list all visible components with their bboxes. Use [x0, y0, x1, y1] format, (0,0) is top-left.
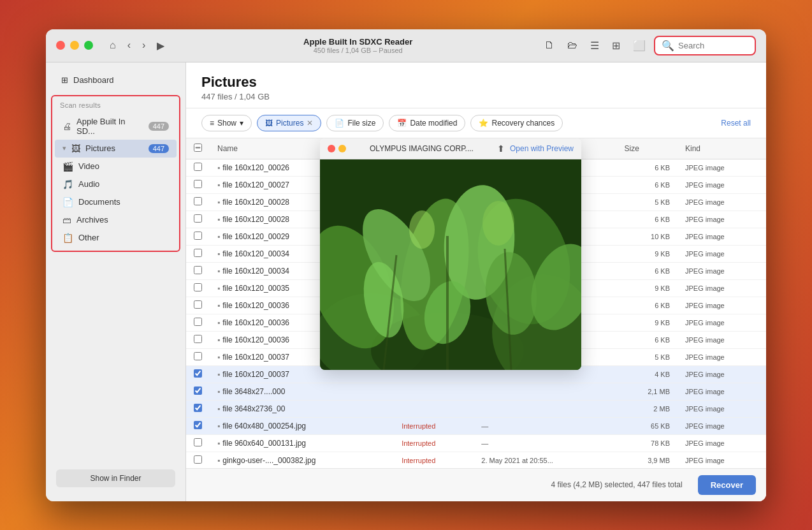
content-area: Pictures 447 files / 1,04 GB ≡ Show ▾ 🖼 … — [186, 63, 766, 501]
show-filter-button[interactable]: ≡ Show ▾ — [201, 115, 252, 131]
sidebar-item-documents[interactable]: 📄 Documents — [55, 193, 177, 211]
recover-button[interactable]: Recover — [698, 475, 756, 495]
row-checkbox[interactable] — [194, 421, 202, 429]
selection-status-text: 4 files (4,2 MB) selected, 447 files tot… — [196, 480, 690, 489]
maximize-button[interactable] — [84, 41, 93, 50]
select-all-checkbox[interactable] — [194, 144, 202, 152]
sidebar-item-device[interactable]: 🖨 Apple Built In SD... 447 — [55, 113, 177, 140]
sidebar-item-other[interactable]: 📋 Other — [55, 229, 177, 247]
sidebar-item-pictures[interactable]: ▾ 🖼 Pictures 447 — [55, 140, 177, 158]
remove-pictures-filter-icon[interactable]: ✕ — [307, 119, 313, 128]
show-finder-button[interactable]: Show in Finder — [56, 469, 175, 487]
preview-filename: OLYMPUS IMAGING CORP.... — [351, 144, 492, 153]
row-checkbox-cell[interactable] — [186, 297, 210, 314]
row-checkbox-cell[interactable] — [186, 262, 210, 279]
file-icon-btn[interactable]: 🗋 — [540, 36, 559, 54]
row-name: ▪file 960x640_000131.jpg — [210, 434, 394, 452]
row-checkbox[interactable] — [194, 386, 202, 395]
sidebar-dashboard[interactable]: ⊞ Dashboard — [51, 70, 180, 90]
row-size: 6 KB — [617, 297, 678, 314]
content-header: Pictures 447 files / 1,04 GB — [186, 63, 766, 108]
select-all-header[interactable] — [186, 138, 210, 159]
row-checkbox-cell[interactable] — [186, 210, 210, 228]
sidebar-item-archives[interactable]: 🗃 Archives — [55, 211, 177, 229]
folder-icon-btn[interactable]: 🗁 — [563, 36, 582, 54]
row-checkbox-cell[interactable] — [186, 159, 210, 176]
row-checkbox-cell[interactable] — [186, 400, 210, 417]
row-size: 6 KB — [617, 262, 678, 279]
sidebar-item-video[interactable]: 🎬 Video — [55, 158, 177, 175]
row-size: 6 KB — [617, 331, 678, 348]
list-icon-btn[interactable]: ☰ — [586, 36, 604, 55]
row-size: 5 KB — [617, 193, 678, 210]
row-checkbox-cell[interactable] — [186, 434, 210, 452]
row-size: 9 KB — [617, 314, 678, 331]
sidebar-item-device-count: 447 — [149, 122, 169, 131]
row-checkbox[interactable] — [194, 455, 202, 464]
file-row-icon: ▪ — [217, 198, 220, 207]
row-checkbox-cell[interactable] — [186, 383, 210, 400]
row-checkbox[interactable] — [194, 300, 202, 309]
row-checkbox-cell[interactable] — [186, 452, 210, 468]
row-checkbox[interactable] — [194, 318, 202, 326]
row-checkbox[interactable] — [194, 438, 202, 446]
reset-all-button[interactable]: Reset all — [721, 119, 751, 128]
row-checkbox[interactable] — [194, 249, 202, 257]
split-icon-btn[interactable]: ⬜ — [628, 36, 650, 55]
row-checkbox[interactable] — [194, 214, 202, 223]
toolbar-actions: 🗋 🗁 ☰ ⊞ ⬜ 🔍 — [540, 36, 756, 55]
row-checkbox[interactable] — [194, 266, 202, 274]
recovery-chances-filter-button[interactable]: ⭐ Recovery chances — [470, 115, 563, 131]
row-checkbox[interactable] — [194, 163, 202, 171]
preview-close-red-button[interactable] — [328, 145, 335, 152]
file-row-icon: ▪ — [217, 335, 220, 344]
row-checkbox[interactable] — [194, 180, 202, 188]
row-modified — [474, 383, 616, 400]
pictures-filter-tag[interactable]: 🖼 Pictures ✕ — [257, 115, 321, 131]
forward-button[interactable]: › — [138, 37, 149, 54]
archives-sidebar-icon: 🗃 — [62, 215, 71, 225]
close-button[interactable] — [56, 41, 65, 50]
date-modified-filter-button[interactable]: 📅 Date modified — [389, 115, 465, 131]
sidebar-item-audio[interactable]: 🎵 Audio — [55, 175, 177, 193]
documents-sidebar-icon: 📄 — [62, 197, 73, 207]
row-checkbox-cell[interactable] — [186, 193, 210, 210]
kind-column-header: Kind — [678, 138, 766, 159]
row-checkbox-cell[interactable] — [186, 331, 210, 348]
row-checkbox[interactable] — [194, 352, 202, 360]
grid-icon-btn[interactable]: ⊞ — [607, 36, 625, 55]
dashboard-icon: ⊞ — [61, 75, 68, 85]
home-button[interactable]: ⌂ — [106, 37, 120, 54]
back-button[interactable]: ‹ — [124, 37, 134, 54]
row-kind: JPEG image — [678, 365, 766, 383]
row-checkbox-cell[interactable] — [186, 245, 210, 262]
date-modified-filter-label: Date modified — [410, 119, 457, 128]
row-checkbox[interactable] — [194, 404, 202, 412]
row-checkbox-cell[interactable] — [186, 348, 210, 365]
preview-share-button[interactable]: ⬆ — [497, 144, 505, 154]
row-checkbox[interactable] — [194, 335, 202, 343]
row-kind: JPEG image — [678, 452, 766, 468]
audio-sidebar-icon: 🎵 — [62, 179, 73, 189]
table-row: ▪file 3648x27....000 2,1 MB JPEG image — [186, 383, 766, 400]
row-checkbox-cell[interactable] — [186, 314, 210, 331]
row-size: 5 KB — [617, 348, 678, 365]
row-kind: JPEG image — [678, 262, 766, 279]
row-checkbox[interactable] — [194, 197, 202, 205]
row-checkbox-cell[interactable] — [186, 228, 210, 245]
preview-minimize-button[interactable] — [338, 145, 346, 152]
minimize-button[interactable] — [70, 41, 79, 50]
search-input[interactable] — [678, 41, 748, 50]
search-box[interactable]: 🔍 — [654, 36, 756, 55]
row-checkbox[interactable] — [194, 283, 202, 291]
open-with-preview-button[interactable]: Open with Preview — [510, 144, 574, 153]
file-row-icon: ▪ — [217, 215, 220, 224]
row-checkbox-cell[interactable] — [186, 279, 210, 297]
row-checkbox[interactable] — [194, 232, 202, 240]
row-checkbox-cell[interactable] — [186, 365, 210, 383]
row-checkbox-cell[interactable] — [186, 176, 210, 193]
row-checkbox[interactable] — [194, 369, 202, 378]
row-checkbox-cell[interactable] — [186, 417, 210, 434]
play-button[interactable]: ▶ — [153, 37, 168, 54]
file-size-filter-button[interactable]: 📄 File size — [326, 115, 384, 131]
